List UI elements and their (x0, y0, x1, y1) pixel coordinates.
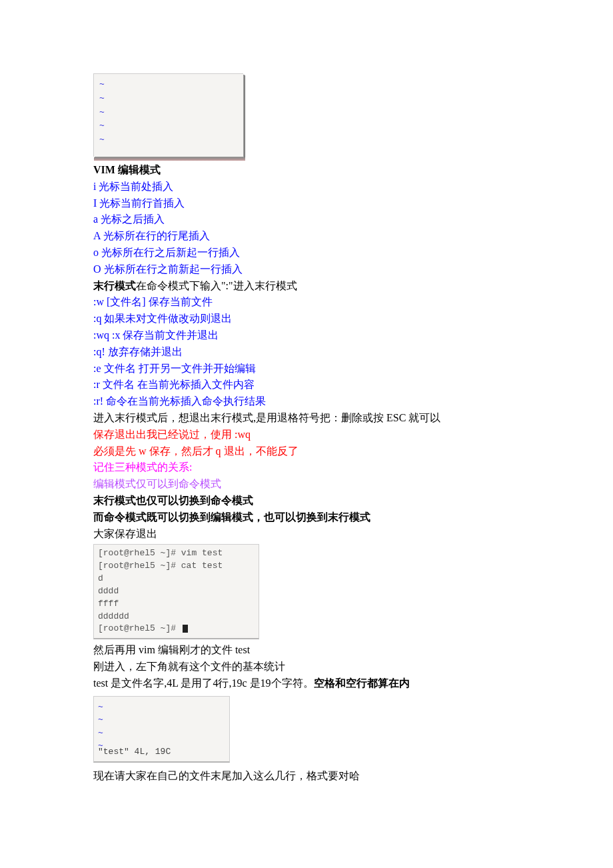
heading-edit-mode: VIM 编辑模式 (93, 162, 520, 179)
tilde-line: ~ (98, 727, 225, 740)
red-note: 保存退出出我已经说过，使用 :wq (93, 427, 520, 443)
tilde-line: ~ (98, 701, 225, 714)
bold-note: 末行模式也仅可以切换到命令模式 (93, 493, 520, 509)
body-text: test 是文件名字,4L 是用了4行,19c 是19个字符。空格和空行都算在内 (93, 675, 520, 692)
edit-cmd: A 光标所在行的行尾插入 (93, 228, 520, 245)
document-page: ~ ~ ~ ~ ~ VIM 编辑模式 i 光标当前处插入 I 光标当前行首插入 … (0, 0, 613, 868)
lastline-intro: 末行模式在命令模式下输入":"进入末行模式 (93, 278, 520, 295)
exit-lastline-note: 进入末行模式后，想退出末行模式,是用退格符号把：删除或按 ESC 就可以 (93, 410, 520, 427)
last-cmd: :wq :x 保存当前文件并退出 (93, 327, 520, 344)
last-cmd: :q 如果未对文件做改动则退出 (93, 311, 520, 327)
tilde-line: ~ (99, 119, 238, 133)
body-text: 刚进入，左下角就有这个文件的基本统计 (93, 659, 520, 675)
cursor-icon (183, 625, 188, 633)
last-cmd: :r 文件名 在当前光标插入文件内容 (93, 377, 520, 393)
violet-note: 编辑模式仅可以到命令模式 (93, 476, 520, 493)
body-text: 然后再用 vim 编辑刚才的文件 test (93, 642, 520, 659)
last-cmd: :r! 命令在当前光标插入命令执行结果 (93, 393, 520, 410)
terminal-output-1: [root@rhel5 ~]# vim test [root@rhel5 ~]#… (93, 544, 259, 639)
tilde-line: ~ (99, 133, 238, 147)
tilde-line: ~ (99, 106, 238, 120)
last-cmd: :w [文件名] 保存当前文件 (93, 294, 520, 311)
edit-cmd: i 光标当前处插入 (93, 179, 520, 195)
red-note: 必须是先 w 保存，然后才 q 退出，不能反了 (93, 443, 520, 460)
vim-empty-buffer: ~ ~ ~ ~ ~ (93, 73, 243, 157)
edit-cmd: a 光标之后插入 (93, 211, 520, 228)
bold-note: 而命令模式既可以切换到编辑模式，也可以切换到末行模式 (93, 509, 520, 526)
save-exit-text: 大家保存退出 (93, 526, 520, 543)
lastline-intro-bold: 末行模式 (93, 280, 136, 291)
vim-status-line: "test" 4L, 19C (98, 745, 171, 759)
tilde-line: ~ (99, 92, 238, 106)
terminal-text: [root@rhel5 ~]# vim test [root@rhel5 ~]#… (98, 548, 223, 633)
edit-cmd: o 光标所在行之后新起一行插入 (93, 245, 520, 261)
final-instruction: 现在请大家在自己的文件末尾加入这么几行，格式要对哈 (93, 768, 520, 785)
lastline-intro-rest: 在命令模式下输入":"进入末行模式 (136, 280, 297, 291)
last-cmd: :e 文件名 打开另一文件并开始编辑 (93, 361, 520, 377)
body-text-part: test 是文件名字,4L 是用了4行,19c 是19个字符。 (93, 677, 314, 689)
tilde-line: ~ (99, 78, 238, 92)
last-cmd: :q! 放弃存储并退出 (93, 344, 520, 361)
tilde-line: ~ (98, 713, 225, 727)
vim-status-box: ~ ~ ~ ~ "test" 4L, 19C (93, 696, 230, 763)
edit-cmd: I 光标当前行首插入 (93, 195, 520, 212)
body-text-bold: 空格和空行都算在内 (314, 677, 410, 689)
edit-cmd: O 光标所在行之前新起一行插入 (93, 261, 520, 278)
magenta-note: 记住三种模式的关系: (93, 459, 520, 476)
